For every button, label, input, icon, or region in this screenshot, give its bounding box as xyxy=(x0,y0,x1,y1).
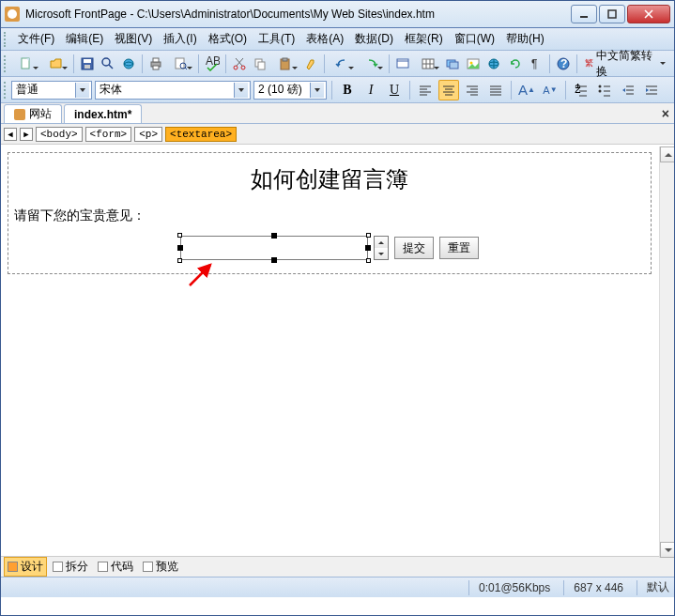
minimize-button[interactable] xyxy=(571,5,597,23)
open-button[interactable] xyxy=(42,54,69,74)
menu-insert[interactable]: 插入(I) xyxy=(158,29,202,49)
textarea-spinner[interactable] xyxy=(374,236,389,260)
svg-point-65 xyxy=(599,89,602,92)
menu-frames[interactable]: 框架(R) xyxy=(399,29,449,49)
resize-handle[interactable] xyxy=(366,233,371,238)
refresh-button[interactable] xyxy=(506,54,525,74)
web-component-button[interactable] xyxy=(393,54,412,74)
resize-handle[interactable] xyxy=(177,258,182,263)
align-right-button[interactable] xyxy=(462,80,483,100)
vertical-scrollbar[interactable] xyxy=(659,146,675,558)
format-grip[interactable] xyxy=(4,82,8,99)
format-toolbar: 普通 宋体 2 (10 磅) B I U A▲ A▼ 12 xyxy=(0,77,675,103)
standard-toolbar: ABC ¶ ? 繁中文简繁转换 xyxy=(0,51,675,77)
menu-edit[interactable]: 编辑(E) xyxy=(60,29,109,49)
svg-point-8 xyxy=(102,58,110,66)
align-left-button[interactable] xyxy=(415,80,436,100)
tab-close-button[interactable]: × xyxy=(662,106,669,121)
indent-button[interactable] xyxy=(641,80,662,100)
italic-button[interactable]: I xyxy=(361,80,381,100)
picture-button[interactable] xyxy=(464,54,483,74)
maximize-button[interactable] xyxy=(599,5,625,23)
app-icon xyxy=(5,7,20,22)
hyperlink-button[interactable] xyxy=(484,54,503,74)
resize-handle[interactable] xyxy=(177,245,183,251)
copy-button[interactable] xyxy=(251,54,269,74)
tab-site-label: 网站 xyxy=(29,106,52,122)
search-button[interactable] xyxy=(99,54,117,74)
resize-handle[interactable] xyxy=(366,258,371,263)
view-preview[interactable]: 预览 xyxy=(139,557,182,577)
table-button[interactable] xyxy=(414,54,441,74)
menu-tools[interactable]: 工具(T) xyxy=(253,29,300,49)
form-prompt-label[interactable]: 请留下您的宝贵意见： xyxy=(12,202,647,236)
style-combo[interactable]: 普通 xyxy=(11,81,92,100)
numbered-list-button[interactable]: 12 xyxy=(571,80,591,100)
tab-site[interactable]: 网站 xyxy=(4,104,62,123)
size-value: 2 (10 磅) xyxy=(258,82,310,98)
svg-rect-13 xyxy=(153,66,159,69)
size-combo[interactable]: 2 (10 磅) xyxy=(253,81,327,100)
close-button[interactable] xyxy=(627,5,670,23)
outdent-button[interactable] xyxy=(618,80,638,100)
page-heading[interactable]: 如何创建留言簿 xyxy=(12,157,647,202)
tab-file[interactable]: index.htm* xyxy=(64,104,142,123)
site-icon xyxy=(14,109,25,120)
menu-help[interactable]: 帮助(H) xyxy=(500,29,550,49)
menu-file[interactable]: 文件(F) xyxy=(12,29,60,49)
resize-handle[interactable] xyxy=(177,233,182,238)
menu-view[interactable]: 视图(V) xyxy=(109,29,158,49)
align-justify-button[interactable] xyxy=(485,80,506,100)
cut-button[interactable] xyxy=(230,54,249,74)
design-canvas[interactable]: 如何创建留言簿 请留下您的宝贵意见： 提交 重置 xyxy=(0,145,675,556)
paste-button[interactable] xyxy=(272,54,299,74)
breadcrumb-next[interactable]: ► xyxy=(20,128,33,141)
align-center-button[interactable] xyxy=(438,80,459,100)
status-dimensions: 687 x 446 xyxy=(563,580,623,595)
save-button[interactable] xyxy=(78,54,97,74)
svg-line-20 xyxy=(237,58,243,66)
new-button[interactable] xyxy=(13,54,40,74)
undo-button[interactable] xyxy=(329,54,356,74)
menu-format[interactable]: 格式(O) xyxy=(203,29,253,49)
stop-button[interactable]: ¶ xyxy=(527,54,545,74)
view-design[interactable]: 设计 xyxy=(4,557,47,577)
bold-button[interactable]: B xyxy=(337,80,358,100)
redo-button[interactable] xyxy=(358,54,385,74)
scroll-up-button[interactable] xyxy=(660,146,675,162)
bc-form[interactable]: <form> xyxy=(85,127,132,142)
toolbar-grip[interactable] xyxy=(4,55,8,72)
resize-handle[interactable] xyxy=(271,233,277,239)
view-code[interactable]: 代码 xyxy=(94,557,137,577)
font-combo[interactable]: 宋体 xyxy=(95,81,251,100)
underline-button[interactable]: U xyxy=(384,80,405,100)
submit-button[interactable]: 提交 xyxy=(394,237,434,259)
layer-button[interactable] xyxy=(443,54,462,74)
spellcheck-button[interactable]: ABC xyxy=(203,54,222,74)
bc-p[interactable]: <p> xyxy=(134,127,162,142)
bc-textarea[interactable]: <textarea> xyxy=(165,127,237,142)
breadcrumb-prev[interactable]: ◄ xyxy=(4,128,17,141)
svg-line-21 xyxy=(236,58,242,66)
scroll-down-button[interactable] xyxy=(660,542,675,558)
reset-button[interactable]: 重置 xyxy=(439,237,479,259)
decrease-font-button[interactable]: A▼ xyxy=(540,80,560,100)
print-button[interactable] xyxy=(146,54,165,74)
menu-data[interactable]: 数据(D) xyxy=(349,29,399,49)
resize-handle[interactable] xyxy=(365,245,371,251)
svg-rect-23 xyxy=(258,62,265,69)
menu-grip[interactable] xyxy=(4,32,8,47)
preview-button[interactable] xyxy=(167,54,194,74)
view-split[interactable]: 拆分 xyxy=(49,557,92,577)
publish-button[interactable] xyxy=(119,54,138,74)
resize-handle[interactable] xyxy=(271,257,277,263)
menu-table[interactable]: 表格(A) xyxy=(300,29,349,49)
format-painter-button[interactable] xyxy=(301,54,320,74)
cn-convert-button[interactable]: 繁中文简繁转换 xyxy=(581,54,672,74)
increase-font-button[interactable]: A▲ xyxy=(516,80,537,100)
bullet-list-button[interactable] xyxy=(594,80,615,100)
help-button[interactable]: ? xyxy=(554,54,573,74)
status-mode[interactable]: 默认 xyxy=(637,580,669,595)
bc-body[interactable]: <body> xyxy=(36,127,83,142)
menu-window[interactable]: 窗口(W) xyxy=(449,29,500,49)
